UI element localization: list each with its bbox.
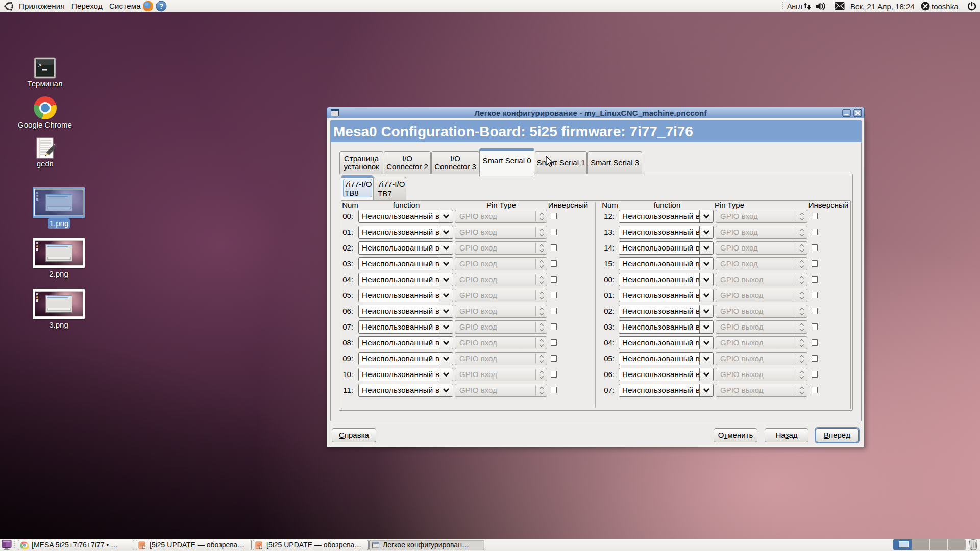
svg-text:>: >	[38, 62, 41, 69]
svg-text:?: ?	[159, 2, 164, 10]
